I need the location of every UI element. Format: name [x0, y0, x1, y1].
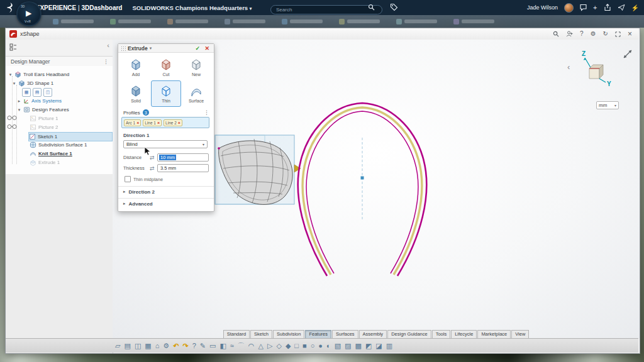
undo-icon[interactable]: ↶ — [173, 343, 179, 349]
panel-collapse-icon[interactable]: ‹ — [107, 41, 109, 49]
maximize-icon[interactable] — [615, 31, 621, 37]
tree-item-knit-surface[interactable]: Knit Surface 1 — [30, 150, 72, 158]
tab-subdivision[interactable]: Subdivision — [273, 330, 304, 339]
tree-item-subdivision-surface[interactable]: Subdivision Surface 1 — [30, 141, 87, 149]
tab-surfaces[interactable]: Surfaces — [332, 330, 358, 339]
caret-down-icon[interactable]: ▾ — [12, 81, 16, 86]
toolbar-icon[interactable]: ◠ — [248, 343, 255, 349]
hidden-item-glasses-icon[interactable] — [7, 124, 17, 129]
help-icon[interactable]: ? — [192, 343, 196, 349]
compass-play-icon[interactable]: ▶ — [26, 9, 31, 18]
tree-item-extrude-1[interactable]: Extrude 1 — [30, 158, 60, 167]
dialog-header[interactable]: Extrude ▾ ✓ ✕ — [118, 44, 214, 53]
tree-item-picture-1[interactable]: Picture 1 — [30, 114, 58, 123]
view-rotate-arrows-icon[interactable] — [624, 50, 631, 58]
triad-collapse-icon[interactable]: ‹ — [567, 62, 570, 72]
tree-item-axis-systems[interactable]: ▸ Axis Systems — [17, 97, 62, 105]
toolbar-icon[interactable]: ⌂ — [155, 343, 160, 349]
tab-assembly[interactable]: Assembly — [359, 330, 387, 339]
tab-design-guidance[interactable]: Design Guidance — [387, 330, 431, 339]
toolbar-icon[interactable]: ⚙ — [163, 343, 169, 349]
kebab-menu-icon[interactable]: ⋮ — [204, 109, 209, 116]
toolbar-icon[interactable]: △ — [258, 343, 263, 349]
mode-solid-button[interactable]: Solid — [121, 80, 151, 107]
tree-item-3d-shape[interactable]: ▾ 3D Shape 1 — [12, 79, 53, 87]
end-condition-dropdown[interactable]: Blind ▾ — [123, 140, 208, 148]
user-name[interactable]: Jade Wilson — [527, 4, 558, 11]
caret-down-icon[interactable]: ▾ — [17, 107, 21, 112]
reverse-direction-icon[interactable]: ⇄ — [150, 165, 157, 172]
tab-view[interactable]: View — [511, 330, 529, 339]
units-dropdown[interactable]: mm ▾ — [596, 101, 619, 109]
toolbar-icon[interactable]: ○ — [311, 343, 315, 349]
toolbar-icon[interactable]: ⌒ — [238, 343, 245, 349]
caret-right-icon[interactable]: ▸ — [123, 189, 126, 194]
toolbar-icon[interactable]: ▩ — [355, 343, 361, 349]
direction2-section[interactable]: ▸ Direction 2 — [118, 186, 214, 197]
thickness-value-field[interactable] — [159, 165, 207, 172]
close-icon[interactable]: × — [628, 30, 632, 38]
extrude-new-button[interactable]: New — [181, 54, 211, 80]
toolbar-icon[interactable]: ◐ — [326, 343, 331, 349]
toolbar-icon[interactable]: ▥ — [386, 343, 392, 349]
caret-right-icon[interactable]: ▸ — [17, 99, 21, 104]
dashboard-context-selector[interactable]: SOLIDWORKS Champions Headquarters ▾ — [132, 4, 252, 11]
chip-remove-icon[interactable]: × — [178, 121, 180, 125]
chevron-down-icon[interactable]: ▾ — [150, 46, 152, 51]
search-icon[interactable] — [368, 4, 375, 11]
extrude-cut-button[interactable]: Cut — [151, 54, 181, 80]
profiles-selection-box[interactable]: Arc 1× Line 1× Line 2× — [121, 117, 209, 128]
profile-chip[interactable]: Arc 1× — [124, 119, 141, 126]
profile-chip[interactable]: Line 2× — [164, 119, 182, 126]
user-avatar[interactable] — [564, 3, 574, 13]
profile-chip[interactable]: Line 1× — [143, 119, 162, 126]
caret-right-icon[interactable]: ▸ — [123, 201, 126, 206]
toolbar-icon[interactable]: ● — [318, 343, 323, 349]
search-icon[interactable] — [553, 31, 559, 37]
sketch-point-handle[interactable] — [361, 177, 364, 180]
toolbar-icon[interactable]: ▭ — [209, 343, 216, 349]
send-icon[interactable] — [618, 4, 625, 11]
thickness-input[interactable] — [157, 164, 209, 172]
extrude-add-button[interactable]: Add — [121, 54, 151, 80]
toolbar-icon[interactable]: ✎ — [200, 343, 206, 349]
tab-tools[interactable]: Tools — [432, 330, 451, 339]
tag-icon[interactable] — [390, 3, 398, 11]
hidden-item-glasses-icon[interactable] — [7, 115, 17, 121]
tree-item-picture-2[interactable]: Picture 2 — [30, 123, 58, 131]
cancel-x-icon[interactable]: ✕ — [204, 45, 209, 52]
toolbar-icon[interactable]: □ — [294, 343, 299, 349]
toolbar-icon[interactable]: ■ — [303, 343, 307, 349]
tree-item-product[interactable]: ▾ Troll Ears Headband — [8, 70, 69, 79]
tab-standard[interactable]: Standard — [223, 330, 250, 339]
comment-icon[interactable] — [580, 4, 587, 11]
checkbox-box[interactable] — [125, 176, 131, 182]
app-badge-icon[interactable]: ◫ — [43, 88, 52, 97]
toolbar-icon[interactable]: ◧ — [219, 343, 226, 349]
help-icon[interactable]: ? — [580, 31, 584, 37]
app-badge-icon[interactable]: ▦ — [22, 88, 31, 97]
distance-input[interactable]: 10 mm — [157, 153, 209, 162]
tab-marketplace[interactable]: Marketplace — [477, 330, 511, 339]
mode-thin-button-selected[interactable]: Thin — [151, 80, 181, 107]
toolbar-icon[interactable]: ◩ — [365, 343, 372, 349]
kebab-menu-icon[interactable]: ⋮ — [103, 58, 109, 65]
tree-item-design-features[interactable]: ▾ Design Features — [17, 106, 69, 114]
toolbar-icon[interactable]: ▦ — [145, 343, 151, 349]
toolbar-icon[interactable]: ◪ — [375, 343, 382, 349]
3dexperience-compass[interactable]: 3D ▶ V+R — [16, 1, 42, 26]
thin-midplane-checkbox[interactable]: Thin midplane — [125, 176, 163, 182]
tree-view-icon[interactable] — [9, 43, 17, 51]
chip-remove-icon[interactable]: × — [157, 121, 160, 125]
tab-features[interactable]: Features — [305, 330, 331, 339]
redo-icon[interactable]: ↷ — [182, 343, 188, 349]
caret-down-icon[interactable]: ▾ — [8, 72, 13, 77]
mode-surface-button[interactable]: Surface — [181, 80, 211, 107]
notifications-icon[interactable]: ⚡ — [631, 4, 639, 11]
chip-remove-icon[interactable]: × — [136, 121, 139, 125]
tree-item-sketch-1[interactable]: Sketch 1 — [28, 132, 113, 141]
toolbar-icon[interactable]: ◇ — [276, 343, 281, 349]
toolbar-icon[interactable]: ▤ — [124, 343, 130, 349]
share-user-icon[interactable] — [566, 31, 573, 37]
settings-gear-icon[interactable]: ⚙ — [591, 31, 596, 37]
